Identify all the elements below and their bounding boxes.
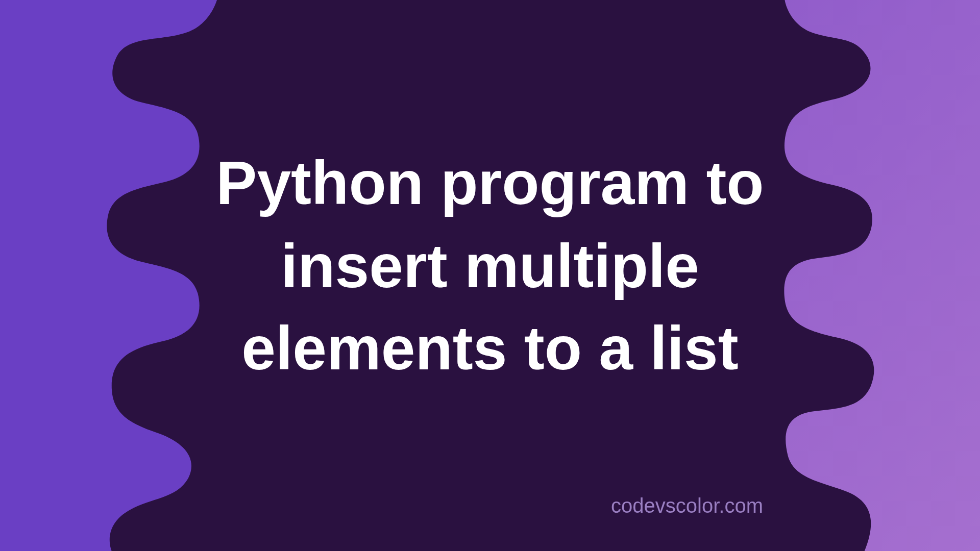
banner-title: Python program to insert multiple elemen… (197, 142, 783, 390)
banner-footer-credit: codevscolor.com (611, 494, 763, 518)
banner-graphic: Python program to insert multiple elemen… (0, 0, 980, 551)
